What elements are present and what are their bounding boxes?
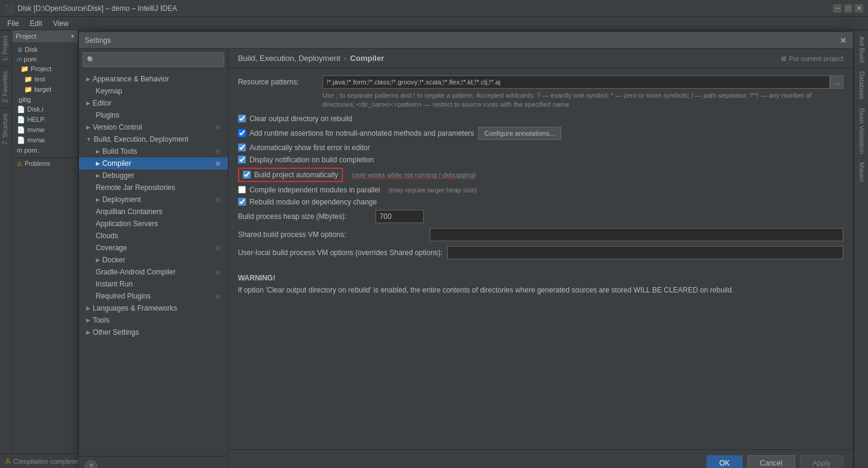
auto-show-error-checkbox[interactable]: [238, 144, 246, 151]
display-notification-row: Display notification on build completion: [238, 156, 843, 164]
settings-header: Build, Execution, Deployment › Compiler …: [228, 49, 853, 68]
configure-annotations-button[interactable]: Configure annotations...: [478, 127, 562, 140]
for-current-project-text: For current project: [789, 55, 843, 62]
right-toolbars: Ant Build Database Bean Validation Maven: [854, 30, 868, 468]
expand-arrow-editor: ▶: [86, 100, 90, 106]
nav-item-editor[interactable]: ▶ Editor: [79, 97, 228, 109]
nav-item-required-plugins[interactable]: Required Plugins ⚙: [79, 290, 228, 302]
nav-label-tools: Tools: [93, 316, 110, 324]
help-button[interactable]: ?: [85, 460, 97, 468]
minimize-button[interactable]: ─: [833, 4, 841, 13]
resource-patterns-input[interactable]: [322, 75, 830, 89]
nav-item-clouds[interactable]: Clouds: [79, 230, 228, 242]
tree-disk-label: Disk: [25, 46, 37, 53]
display-notification-checkbox[interactable]: [238, 156, 246, 163]
expand-arrow-other: ▶: [86, 329, 90, 335]
left-tab-favorites[interactable]: 2: Favorites: [0, 66, 11, 107]
nav-item-compiler[interactable]: ▶ Compiler ⚙: [79, 157, 228, 169]
maximize-button[interactable]: □: [844, 4, 852, 13]
tree-item-diski[interactable]: 📄 Disk.i: [12, 104, 78, 115]
nav-item-plugins[interactable]: Plugins: [79, 109, 228, 121]
tree-item-gitig[interactable]: .gitig: [12, 95, 78, 104]
compile-parallel-checkbox[interactable]: [238, 186, 246, 194]
nav-item-languages[interactable]: ▶ Languages & Frameworks: [79, 302, 228, 314]
nav-item-build-tools[interactable]: ▶ Build Tools ⚙: [79, 145, 228, 157]
cancel-button[interactable]: Cancel: [747, 455, 795, 469]
nav-item-appearance[interactable]: ▶ Appearance & Behavior: [79, 73, 228, 85]
menu-edit[interactable]: Edit: [25, 18, 47, 29]
right-tab-ant[interactable]: Ant Build: [854, 33, 868, 66]
nav-tree: ▶ Appearance & Behavior Keymap ▶ Editor: [79, 71, 228, 456]
build-auto-label: Build project automatically: [254, 171, 338, 179]
nav-item-coverage[interactable]: Coverage ⚙: [79, 242, 228, 254]
nav-item-gradle-android[interactable]: Gradle-Android Compiler ⚙: [79, 266, 228, 278]
close-button[interactable]: ✕: [855, 4, 863, 13]
tree-item-mvnw2[interactable]: 📄 mvnw.: [12, 135, 78, 145]
tree-item-pom[interactable]: m pom: [12, 54, 78, 64]
nav-item-other-settings[interactable]: ▶ Other Settings: [79, 326, 228, 338]
add-runtime-checkbox[interactable]: [238, 129, 246, 137]
dialog-body: 🔍 ▶ Appearance & Behavior Keymap: [79, 49, 853, 468]
nav-item-debugger[interactable]: ▶ Debugger: [79, 169, 228, 182]
expand-arrow-compiler: ▶: [96, 160, 100, 166]
tree-project-label: 📁 Project: [20, 65, 51, 73]
expand-arrow-deployment: ▶: [96, 197, 100, 203]
nav-label-coverage: Coverage: [96, 244, 127, 252]
search-icon: 🔍: [87, 56, 95, 64]
user-local-vm-row: User-local build process VM options (ove…: [238, 246, 843, 259]
build-auto-box: Build project automatically: [238, 168, 343, 182]
resource-patterns-label: Resource patterns:: [238, 78, 322, 86]
nav-label-plugins: Plugins: [96, 111, 119, 119]
left-tab-structure[interactable]: 7: Structure: [0, 108, 11, 150]
tree-item-test[interactable]: 📁 test: [12, 74, 78, 84]
nav-item-arquillian[interactable]: Arquillian Containers: [79, 206, 228, 218]
problems-label[interactable]: Problems: [25, 160, 50, 167]
apply-button[interactable]: Apply: [800, 455, 843, 469]
nav-item-remote-jar[interactable]: Remote Jar Repositories: [79, 182, 228, 194]
build-auto-checkbox[interactable]: [243, 171, 251, 179]
tree-item-pom2[interactable]: m pom.: [12, 145, 78, 155]
tree-item-project[interactable]: 📁 Project: [12, 64, 78, 74]
right-tab-database[interactable]: Database: [854, 68, 868, 103]
warning-icon: ⚠: [5, 457, 11, 465]
build-auto-row: Build project automatically (only works …: [238, 168, 843, 182]
menu-file[interactable]: File: [2, 18, 24, 29]
rebuild-dependency-checkbox[interactable]: [238, 198, 246, 206]
nav-item-instant-run[interactable]: Instant Run: [79, 278, 228, 290]
project-arrow: ▾: [71, 33, 74, 39]
user-local-vm-input[interactable]: [447, 246, 843, 259]
cog-icon-coverage: ⚙: [215, 245, 221, 251]
nav-label-docker: Docker: [102, 256, 125, 264]
rebuild-dependency-label: Rebuild module on dependency change: [250, 198, 377, 206]
clear-output-checkbox[interactable]: [238, 115, 246, 122]
ok-button[interactable]: OK: [706, 455, 742, 469]
add-runtime-row: Add runtime assertions for notnull-annot…: [238, 127, 843, 140]
menu-view[interactable]: View: [48, 18, 74, 29]
nav-item-app-servers[interactable]: Application Servers: [79, 218, 228, 230]
nav-label-keymap: Keymap: [96, 87, 122, 95]
search-input[interactable]: [98, 55, 220, 64]
right-tab-maven[interactable]: Maven: [854, 159, 868, 186]
nav-item-version-control[interactable]: ▶ Version Control ⚙: [79, 121, 228, 133]
resource-patterns-btn[interactable]: …: [830, 75, 843, 89]
tree-item-target[interactable]: 📁 target: [12, 84, 78, 95]
right-tab-bean[interactable]: Bean Validation: [854, 104, 868, 157]
tree-item-mvnw[interactable]: 📄 mvnw: [12, 125, 78, 135]
dialog-title-bar: Settings ✕: [79, 32, 853, 49]
nav-item-deployment[interactable]: ▶ Deployment ⚙: [79, 194, 228, 206]
heap-input[interactable]: [376, 210, 424, 223]
heap-size-row: Build process heap size (Mbytes):: [238, 210, 843, 223]
nav-item-tools[interactable]: ▶ Tools: [79, 314, 228, 326]
nav-item-docker[interactable]: ▶ Docker: [79, 254, 228, 266]
parallel-note: (may require larger heap size): [389, 186, 477, 194]
nav-item-keymap[interactable]: Keymap: [79, 85, 228, 97]
tree-item-help[interactable]: 📄 HELP.: [12, 115, 78, 125]
project-panel-header: Project ▾: [12, 30, 78, 42]
nav-item-build-exec[interactable]: ▼ Build, Execution, Deployment: [79, 133, 228, 145]
search-box[interactable]: 🔍: [83, 52, 224, 67]
dialog-close-button[interactable]: ✕: [840, 36, 847, 45]
tree-item-disk[interactable]: 🖥 Disk: [12, 45, 78, 54]
nav-label-debugger: Debugger: [102, 171, 134, 180]
shared-vm-input[interactable]: [430, 228, 843, 241]
left-tab-project[interactable]: 1: Project: [0, 30, 11, 66]
